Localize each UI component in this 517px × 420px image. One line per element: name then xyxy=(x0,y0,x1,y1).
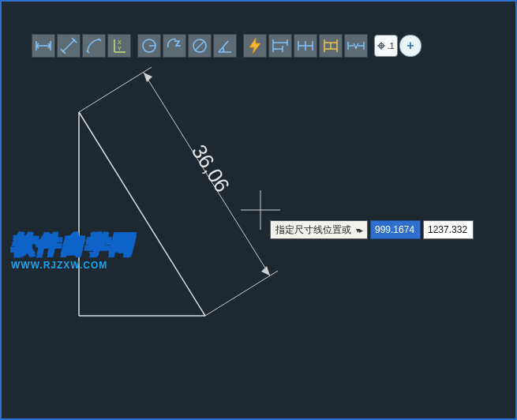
target-icon xyxy=(377,42,385,50)
dim-space-button[interactable] xyxy=(319,34,343,58)
dynamic-input-y[interactable]: 1237.332 xyxy=(423,220,474,239)
dim-break-button[interactable] xyxy=(344,34,368,58)
dim-diameter-button[interactable] xyxy=(188,34,212,58)
dynamic-input-x[interactable]: 999.1674 xyxy=(370,220,421,239)
svg-line-3 xyxy=(62,39,75,52)
dimension-toolbar: X Y xyxy=(32,33,421,58)
dynamic-prompt: 指定尺寸线位置或 ▾▸ xyxy=(270,220,368,239)
dynamic-input: 指定尺寸线位置或 ▾▸ 999.1674 1237.332 xyxy=(270,220,474,239)
svg-marker-18 xyxy=(249,38,260,54)
context-menu-icon[interactable]: ▾▸ xyxy=(356,226,362,234)
dim-arc-button[interactable] xyxy=(82,34,106,58)
svg-line-6 xyxy=(87,51,89,53)
svg-text:X: X xyxy=(118,39,122,45)
svg-line-7 xyxy=(99,39,101,41)
dim-aligned-button[interactable] xyxy=(57,34,81,58)
dim-linear-button[interactable] xyxy=(32,34,55,58)
dim-angular-button[interactable] xyxy=(213,34,237,58)
dim-quick-button[interactable] xyxy=(243,34,267,58)
dim-jogged-button[interactable] xyxy=(163,34,186,58)
dynamic-prompt-text: 指定尺寸线位置或 xyxy=(275,223,351,237)
add-style-button[interactable]: + xyxy=(399,35,421,57)
svg-line-15 xyxy=(195,41,204,51)
svg-text:Y: Y xyxy=(118,46,122,51)
dim-ordinate-button[interactable]: X Y xyxy=(107,34,131,58)
plus-icon: + xyxy=(406,39,414,53)
dim-continue-button[interactable] xyxy=(294,34,317,58)
drawing-area[interactable] xyxy=(0,0,517,420)
dim-baseline-button[interactable] xyxy=(268,34,292,58)
decimal-precision-button[interactable]: .1 xyxy=(374,35,398,57)
dim-radius-button[interactable] xyxy=(137,34,161,58)
decimal-precision-label: .1 xyxy=(387,41,394,51)
